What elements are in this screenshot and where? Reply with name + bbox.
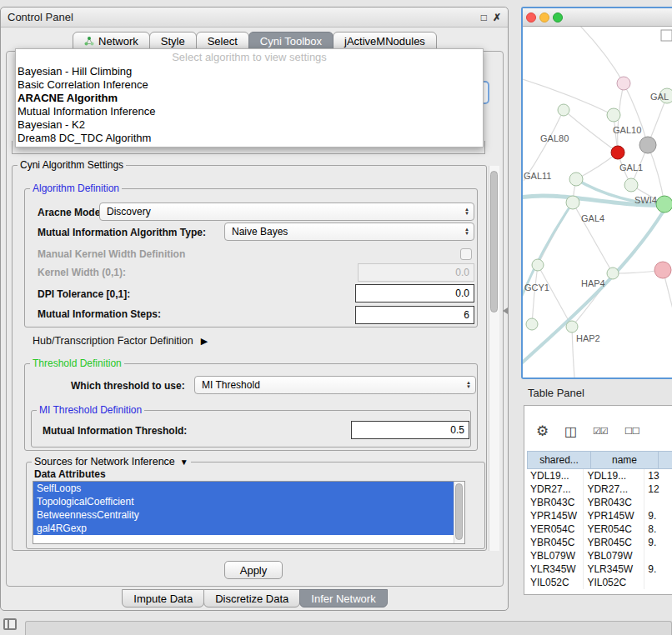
network-node[interactable] bbox=[566, 321, 578, 332]
data-attributes-list[interactable]: SelfLoops TopologicalCoefficient Between… bbox=[33, 481, 465, 544]
settings-scrollbar[interactable] bbox=[489, 166, 499, 551]
kernel-width-label: Kernel Width (0,1): bbox=[38, 266, 126, 279]
hub-section-toggle[interactable]: Hub/Transcription Factor Definition ▶ bbox=[33, 334, 208, 348]
cell-shared-name: YIL052C bbox=[527, 576, 584, 589]
cell-value: 12 bbox=[644, 482, 672, 496]
sources-legend[interactable]: Sources for Network Inference ▼ bbox=[32, 456, 191, 468]
canvas-corner-widget[interactable] bbox=[661, 30, 672, 41]
attributes-scrollbar[interactable] bbox=[454, 482, 464, 543]
popup-item-bayesian-k2[interactable]: Bayesian - K2 bbox=[16, 118, 483, 132]
tab-infer-network[interactable]: Infer Network bbox=[299, 589, 387, 608]
table-row[interactable]: YPR145WYPR145W9. bbox=[527, 509, 672, 522]
popup-placeholder[interactable]: Select algorithm to view settings bbox=[16, 49, 483, 65]
dpi-tolerance-field[interactable] bbox=[355, 284, 474, 302]
which-threshold-select[interactable]: MI Threshold ▲▼ bbox=[194, 376, 476, 394]
minimize-traffic-button[interactable] bbox=[539, 12, 549, 22]
table-header-row: shared... name bbox=[527, 451, 672, 469]
network-node-labels: GAL80 GAL10 GAL11 GAL1 SWI4 GAL4 GCY1 HA… bbox=[524, 92, 669, 343]
table-row[interactable]: YER054CYER054C8. bbox=[527, 522, 672, 536]
manual-kernel-width-label: Manual Kernel Width Definition bbox=[38, 248, 185, 261]
tab-impute-data[interactable]: Impute Data bbox=[122, 589, 204, 608]
splitter-collapse-icon[interactable] bbox=[503, 308, 508, 314]
control-panel-titlebar[interactable]: Control Panel □ ✗ bbox=[1, 8, 508, 28]
apply-button[interactable]: Apply bbox=[224, 561, 283, 579]
table-row[interactable]: YDL19...YDL19...13 bbox=[527, 469, 672, 482]
node-label-hap2: HAP2 bbox=[576, 333, 600, 343]
popup-item-aracne[interactable]: ARACNE Algorithm bbox=[16, 92, 483, 105]
network-node[interactable] bbox=[558, 104, 569, 116]
column-header-truncated[interactable] bbox=[658, 451, 672, 469]
table-row[interactable]: YBL079WYBL079W bbox=[527, 549, 672, 562]
network-node-gray[interactable] bbox=[639, 137, 656, 153]
popup-item-basic-correlation[interactable]: Basic Correlation Inference bbox=[16, 78, 483, 92]
network-node-gal10-highlighted[interactable] bbox=[611, 146, 624, 159]
tab-network[interactable]: Network bbox=[73, 32, 150, 50]
network-node-green[interactable] bbox=[656, 196, 672, 212]
network-canvas[interactable]: GAL80 GAL10 GAL11 GAL1 SWI4 GAL4 GCY1 HA… bbox=[523, 27, 672, 378]
tab-discretize-data[interactable]: Discretize Data bbox=[203, 589, 300, 608]
popup-item-mutual-information[interactable]: Mutual Information Inference bbox=[16, 105, 483, 118]
table-panel-window: ⚙ ◫ ☑☑ ☐☐ shared... name YDL19...YDL19..… bbox=[524, 405, 672, 595]
attributes-scrollbar-thumb[interactable] bbox=[455, 483, 463, 540]
aracne-mode-label: Aracne Mode: bbox=[38, 206, 103, 219]
minimized-window-icon[interactable] bbox=[3, 618, 17, 630]
mi-threshold-field[interactable] bbox=[351, 421, 469, 439]
table-body: YDL19...YDL19...13 YDR27...YDR27...12 YB… bbox=[527, 469, 672, 589]
threshold-definition-legend: Threshold Definition bbox=[30, 358, 124, 369]
network-node[interactable] bbox=[532, 259, 544, 271]
control-panel-tabbar: Network Style Select Cyni Toolbox jActiv… bbox=[1, 31, 508, 50]
close-window-icon[interactable]: ✗ bbox=[493, 12, 501, 23]
settings-scrollbar-thumb[interactable] bbox=[490, 171, 498, 312]
table-row[interactable]: YBR045CYBR045C9. bbox=[527, 536, 672, 549]
columns-icon[interactable]: ◫ bbox=[564, 423, 577, 439]
tab-network-label: Network bbox=[98, 35, 138, 48]
popup-item-dream8[interactable]: Dream8 DC_TDC Algorithm bbox=[16, 132, 483, 145]
network-node[interactable] bbox=[607, 268, 619, 279]
collapsed-panel-bar[interactable] bbox=[25, 621, 672, 635]
cell-value: 9. bbox=[644, 562, 672, 576]
network-node[interactable] bbox=[617, 77, 630, 90]
table-panel-title: Table Panel bbox=[528, 387, 584, 399]
attribute-item-selfloops[interactable]: SelfLoops bbox=[33, 482, 454, 495]
cell-shared-name: YER054C bbox=[527, 522, 584, 536]
cell-name: YDR27... bbox=[584, 482, 644, 496]
table-row[interactable]: YDR27...YDR27...12 bbox=[527, 482, 672, 496]
tab-style-label: Style bbox=[161, 35, 185, 48]
network-node[interactable] bbox=[569, 172, 583, 186]
column-header-shared-name[interactable]: shared... bbox=[527, 451, 591, 469]
kernel-width-field[interactable] bbox=[358, 263, 474, 282]
table-row[interactable]: YBR043CYBR043C bbox=[527, 496, 672, 509]
zoom-traffic-button[interactable] bbox=[553, 12, 563, 22]
tab-cyni-toolbox[interactable]: Cyni Toolbox bbox=[248, 32, 333, 50]
deselect-all-checkboxes-icon[interactable]: ☐☐ bbox=[624, 426, 639, 437]
mi-algorithm-type-select[interactable]: Naive Bayes ▲▼ bbox=[224, 222, 474, 241]
control-panel-title: Control Panel bbox=[8, 11, 73, 23]
close-traffic-button[interactable] bbox=[526, 12, 536, 22]
manual-kernel-width-checkbox[interactable] bbox=[460, 248, 472, 260]
network-window-titlebar[interactable] bbox=[523, 8, 672, 27]
tab-jactivemnodules-label: jActiveMNodules bbox=[344, 35, 425, 48]
attribute-item-betweennesscentrality[interactable]: BetweennessCentrality bbox=[33, 508, 454, 522]
network-node[interactable] bbox=[624, 178, 638, 192]
network-node[interactable] bbox=[526, 318, 538, 330]
select-all-checkboxes-icon[interactable]: ☑☑ bbox=[593, 426, 608, 437]
cell-shared-name: YPR145W bbox=[527, 509, 584, 522]
popup-item-bayesian-hill-climbing[interactable]: Bayesian - Hill Climbing bbox=[16, 65, 483, 78]
network-node-pink[interactable] bbox=[654, 262, 671, 278]
float-window-icon[interactable]: □ bbox=[481, 12, 487, 23]
mi-steps-field[interactable] bbox=[355, 306, 474, 324]
attribute-item-topologicalcoefficient[interactable]: TopologicalCoefficient bbox=[33, 495, 454, 508]
tab-jactivemnodules[interactable]: jActiveMNodules bbox=[333, 32, 437, 50]
tab-style[interactable]: Style bbox=[149, 32, 197, 50]
tab-select[interactable]: Select bbox=[196, 32, 249, 50]
network-node[interactable] bbox=[607, 108, 620, 122]
table-row[interactable]: YIL052CYIL052C bbox=[527, 576, 672, 589]
attribute-item-gal4rgexp[interactable]: gal4RGexp bbox=[33, 522, 454, 535]
column-header-name[interactable]: name bbox=[590, 451, 659, 469]
node-label-hap4: HAP4 bbox=[581, 278, 605, 288]
gear-icon[interactable]: ⚙ bbox=[536, 422, 549, 440]
data-attributes-label: Data Attributes bbox=[34, 468, 106, 481]
network-node[interactable] bbox=[566, 196, 579, 209]
aracne-mode-select[interactable]: Discovery ▲▼ bbox=[99, 202, 474, 221]
table-row[interactable]: YLR345WYLR345W9. bbox=[527, 562, 672, 576]
